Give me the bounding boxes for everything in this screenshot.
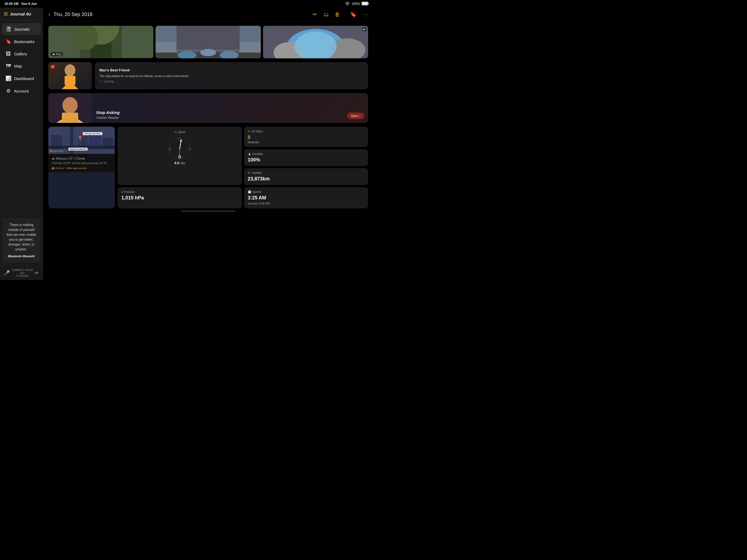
wifi-icon (345, 2, 350, 6)
sidebar-item-bookmarks[interactable]: 🔖 Bookmarks › (2, 35, 41, 48)
more-icon[interactable]: ⋯ (363, 11, 368, 18)
sidebar-label-dashboard: Dashboard (14, 76, 34, 81)
chevron-right-icon: › (36, 64, 37, 68)
sidebar-label-gallery: Gallery (14, 52, 27, 56)
journal-date: Thu, 20 Sep 2018 (53, 12, 92, 17)
sidebar-header: ⊞ Journal 4U (0, 8, 43, 20)
apple-maps-icon: 🍎 Apple Maps (50, 150, 63, 152)
scroll-indicator (181, 211, 235, 212)
battery-icon (362, 2, 369, 6)
content-scroll[interactable]: ◆ Dog (43, 21, 374, 280)
visibility-widget: 👁 Visibility 23,873km (244, 168, 368, 185)
status-bar: 10:05 AM Sun 9 Jun 100% (0, 0, 374, 8)
song-title: Stop Asking (96, 110, 120, 115)
sidebar-label-journals: Journals (14, 27, 30, 31)
battery-label: 100% (352, 2, 360, 6)
compose-icon[interactable]: ✏ (35, 270, 39, 276)
sunrise-time: 3:25 AM (248, 195, 364, 201)
uv-icon: ☀ (248, 130, 250, 133)
map-location-label: Shibuya Post Office (83, 132, 102, 135)
trash-icon[interactable]: 🗑 (335, 11, 340, 18)
weather-text: Shibuya | 23° | Cloudy (56, 157, 85, 160)
sidebar-item-gallery[interactable]: 🖼 Gallery › (2, 48, 41, 60)
sunset-time: Sunset: 5:56 PM (248, 202, 364, 205)
entry-time: 📱 5:26 PM (99, 80, 364, 83)
sidebar-item-dashboard[interactable]: 📊 Dashboard › (2, 73, 41, 84)
content-area: ‹ Thu, 20 Sep 2018 ✏ 🗂 🗑 🔖 ⋯ (43, 8, 374, 280)
pressure-title-label: Pressure (124, 190, 135, 193)
chevron-right-icon: › (36, 27, 37, 31)
chevron-right-icon: › (36, 89, 37, 93)
chevron-right-icon: › (36, 39, 37, 44)
map-visual: 📍 Shibuya Post Office Miyamasuzakashita … (48, 127, 115, 154)
pressure-widget: ℹ Pressure 1,015 hPa (118, 187, 242, 208)
svg-rect-27 (62, 113, 78, 123)
apple-badge: 🍎 (51, 64, 55, 69)
svg-rect-1 (362, 2, 368, 5)
sidebar-item-map[interactable]: 🗺 Map › (2, 60, 41, 72)
edit-icon[interactable]: ✏ (313, 11, 317, 18)
content-header: ‹ Thu, 20 Sep 2018 ✏ 🗂 🗑 🔖 ⋯ (43, 8, 374, 21)
folder-icon[interactable]: 🗂 (323, 11, 329, 18)
pressure-value: 1,015 hPa (121, 195, 238, 201)
visibility-title-label: Visibility (252, 171, 262, 175)
quote-author: Miyamoto Musashi (6, 254, 37, 259)
humidity-icon: 💧 (248, 153, 251, 156)
photo-tag-dog: ◆ Dog (51, 52, 63, 56)
back-button[interactable]: ‹ (48, 11, 50, 18)
sidebar-label-map: Map (14, 64, 22, 69)
music-card[interactable]: Stop Asking Violette Wautier Open ♪ (48, 93, 368, 123)
photo-item-2[interactable] (156, 26, 261, 58)
bookmark-icon[interactable]: 🔖 (350, 11, 357, 18)
svg-text:N: N (179, 137, 181, 140)
entry-text: Man's Best Friend The dog waited for so … (95, 62, 368, 89)
entry-body: The dog waited for so long for his Maste… (99, 74, 364, 78)
sunrise-widget: 🌅 Sunrise 3:25 AM Sunset: 5:56 PM (244, 187, 368, 208)
app-body: ⊞ Journal 4U 📓 Journals › 🔖 Bookmarks › (0, 8, 374, 280)
wind-widget: 🌬 Wind N S E W (118, 127, 242, 185)
svg-rect-10 (177, 26, 240, 53)
phone-icon: 📱 (99, 80, 103, 83)
song-artist: Violette Wautier (96, 116, 120, 119)
dashboard-icon: 📊 (5, 75, 11, 81)
bookmarks-icon: 🔖 (5, 38, 11, 45)
sunrise-icon: 🌅 (248, 190, 251, 193)
status-time: 10:05 AM Sun 9 Jun (4, 2, 37, 6)
music-row: Stop Asking Violette Wautier Open ♪ (48, 93, 368, 123)
svg-rect-15 (156, 50, 261, 51)
quote-text: 'There is nothing outside of yourself th… (6, 222, 37, 252)
sidebar-label-account: Account (14, 89, 29, 93)
bottom-row: 📍 Shibuya Post Office Miyamasuzakashita … (48, 127, 368, 208)
chevron-right-icon: › (36, 77, 37, 80)
weather-other-sources[interactable]: Other data sources (66, 167, 87, 169)
svg-text:W: W (169, 148, 171, 150)
svg-rect-24 (65, 76, 75, 85)
sidebar: ⊞ Journal 4U 📓 Journals › 🔖 Bookmarks › (0, 8, 43, 280)
photo-item-3[interactable]: ▶ (263, 26, 368, 58)
wind-title-label: Wind (178, 131, 185, 134)
sidebar-app-name: Journal 4U (10, 12, 31, 16)
photo-item-1[interactable]: ◆ Dog (48, 26, 153, 58)
wind-speed-value: 4.0 (174, 161, 179, 165)
sidebar-toggle-icon[interactable]: ⊞ (4, 11, 8, 17)
sidebar-item-journals[interactable]: 📓 Journals › (2, 23, 41, 35)
mic-icon[interactable]: 🎤 (4, 270, 10, 276)
visibility-icon: 👁 (248, 171, 251, 175)
chevron-right-icon: › (36, 52, 37, 56)
entry-thumbnail[interactable]: 🍎 (48, 62, 92, 89)
status-right: 100% (345, 2, 369, 6)
uv-sub: Moderate (248, 141, 364, 144)
map-pin: 📍 (77, 136, 84, 142)
uv-widget: ☀ UV Index 5 Moderate (244, 127, 368, 147)
sidebar-footer: 🎤 Updated 1 minute ago 2 Journals ✏ (0, 265, 43, 280)
music-open-button[interactable]: Open ♪ (347, 113, 364, 119)
cloud-icon: ☁ (52, 157, 55, 160)
svg-point-26 (62, 97, 78, 113)
footer-updated: Updated 1 minute ago (10, 268, 35, 274)
footer-count: 2 Journals (10, 274, 35, 277)
svg-rect-7 (48, 58, 153, 58)
wind-compass: N S E W (168, 136, 192, 161)
sidebar-item-account[interactable]: ⚙ Account › (2, 85, 41, 97)
map-card[interactable]: 📍 Shibuya Post Office Miyamasuzakashita … (48, 127, 115, 208)
sidebar-quote: 'There is nothing outside of yourself th… (2, 218, 41, 263)
